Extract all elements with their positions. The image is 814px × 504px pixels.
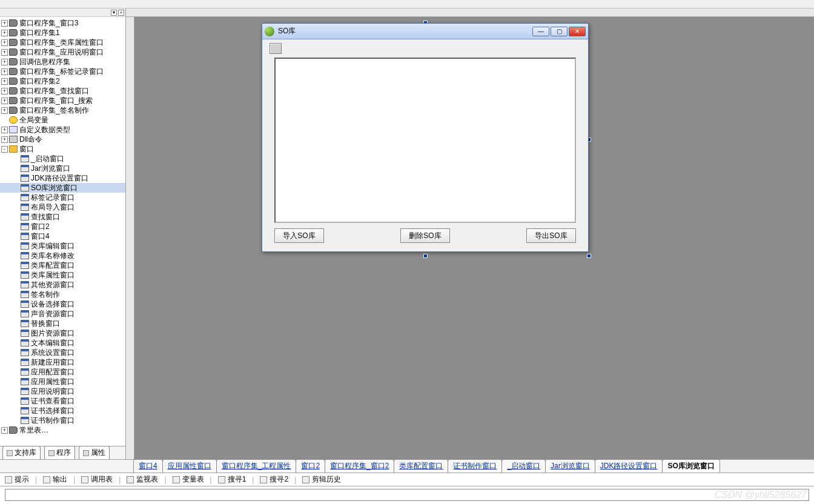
tree-item[interactable]: JDK路径设置窗口 <box>0 173 125 183</box>
tree-item[interactable]: +Dll命令 <box>0 134 125 144</box>
tree-item[interactable]: 图片资源窗口 <box>0 328 125 338</box>
document-tab[interactable]: 证书制作窗口 <box>448 459 502 472</box>
output-tab[interactable]: 调用表 <box>81 474 113 485</box>
tree-item[interactable]: 类库编辑窗口 <box>0 241 125 251</box>
panel-close-icon[interactable]: × <box>118 10 124 16</box>
form-client-area[interactable]: 导入SO库 删除SO库 导出SO库 <box>263 41 587 250</box>
export-so-button[interactable]: 导出SO库 <box>526 228 576 243</box>
form-icon <box>21 339 29 346</box>
document-tab[interactable]: JDK路径设置窗口 <box>595 459 663 472</box>
document-tab[interactable]: 窗口程序集_窗口2 <box>325 459 394 472</box>
minimize-button[interactable]: — <box>532 27 549 36</box>
tree-item[interactable]: +窗口程序集_签名制作 <box>0 105 125 115</box>
tree-item[interactable]: +窗口程序集_应用说明窗口 <box>0 47 125 57</box>
output-tab[interactable]: 搜寻1 <box>218 474 247 485</box>
tree-item[interactable]: 证书查看窗口 <box>0 396 125 406</box>
tree-item[interactable]: +窗口程序集_标签记录窗口 <box>0 67 125 76</box>
form-designer-window[interactable]: SO库 — ▢ ✕ 导入SO库 删除SO库 导出SO库 <box>262 23 589 252</box>
toolbar-control[interactable] <box>270 43 282 54</box>
tree-item[interactable]: +窗口程序集_窗口_搜索 <box>0 96 125 105</box>
document-tab[interactable]: 窗口2 <box>296 459 325 472</box>
expand-icon[interactable]: + <box>1 49 8 56</box>
tree-item[interactable]: 类库属性窗口 <box>0 270 125 280</box>
tree-item[interactable]: +窗口程序集_查找窗口 <box>0 86 125 96</box>
tree-item[interactable]: _启动窗口 <box>0 154 125 164</box>
resize-handle-s[interactable] <box>423 254 428 258</box>
document-tab[interactable]: _启动窗口 <box>501 459 546 472</box>
output-tab[interactable]: 剪辑历史 <box>302 474 341 485</box>
expand-icon[interactable]: + <box>1 127 8 133</box>
selection-frame[interactable]: SO库 — ▢ ✕ 导入SO库 删除SO库 导出SO库 <box>262 23 589 256</box>
output-tab[interactable]: 输出 <box>43 474 67 485</box>
tree-item[interactable]: 证书选择窗口 <box>0 406 125 416</box>
tree-item[interactable]: 设备选择窗口 <box>0 299 125 309</box>
tree-item[interactable]: 应用属性窗口 <box>0 377 125 386</box>
close-button[interactable]: ✕ <box>569 27 586 36</box>
tree-item[interactable]: +窗口程序集_窗口3 <box>0 18 125 28</box>
expand-icon[interactable]: + <box>1 30 8 36</box>
expand-icon[interactable]: + <box>1 88 8 94</box>
listview-control[interactable] <box>274 58 576 223</box>
tree-item[interactable]: 其他资源窗口 <box>0 280 125 290</box>
tree-item[interactable]: 窗口2 <box>0 222 125 231</box>
document-tab[interactable]: 窗口4 <box>133 459 163 472</box>
output-tab[interactable]: 监视表 <box>127 474 158 485</box>
collapse-icon[interactable]: - <box>1 146 8 153</box>
tree-item[interactable]: 布局导入窗口 <box>0 202 125 212</box>
expand-icon[interactable]: + <box>1 427 8 434</box>
left-tab[interactable]: 支持库 <box>2 446 41 459</box>
delete-so-button[interactable]: 删除SO库 <box>400 228 450 243</box>
tree-item[interactable]: 窗口4 <box>0 231 125 241</box>
tree-item[interactable]: 类库配置窗口 <box>0 260 125 270</box>
expand-icon[interactable]: + <box>1 68 8 75</box>
document-tab[interactable]: SO库浏览窗口 <box>662 459 720 472</box>
tree-item[interactable]: 查找窗口 <box>0 212 125 222</box>
tree-item[interactable]: -窗口 <box>0 144 125 154</box>
tree-item[interactable]: 文本编辑窗口 <box>0 338 125 348</box>
tree-item[interactable]: +常里表… <box>0 425 125 435</box>
tree-item[interactable]: +窗口程序集_类库属性窗口 <box>0 38 125 47</box>
expand-icon[interactable]: + <box>1 107 8 114</box>
tree-item[interactable]: 签名制作 <box>0 290 125 299</box>
tree-item[interactable]: +窗口程序集1 <box>0 28 125 38</box>
expand-icon[interactable]: + <box>1 39 8 46</box>
expand-icon[interactable]: + <box>1 136 8 143</box>
expand-icon[interactable]: + <box>1 59 8 65</box>
tree-item[interactable]: +回调信息程序集 <box>0 57 125 67</box>
tree-item[interactable]: 系统设置窗口 <box>0 348 125 357</box>
tree-item[interactable]: 新建应用窗口 <box>0 357 125 367</box>
output-tab[interactable]: 提示 <box>5 474 29 485</box>
design-canvas[interactable]: SO库 — ▢ ✕ 导入SO库 删除SO库 导出SO库 <box>126 8 814 459</box>
tree-item[interactable]: 类库名称修改 <box>0 251 125 260</box>
form-titlebar[interactable]: SO库 — ▢ ✕ <box>262 24 588 39</box>
document-tab[interactable]: 类库配置窗口 <box>394 459 448 472</box>
left-tab[interactable]: 属性 <box>79 446 110 459</box>
output-textarea[interactable] <box>5 489 809 501</box>
maximize-button[interactable]: ▢ <box>551 27 567 36</box>
tree-item-label: 类库属性窗口 <box>31 270 74 280</box>
expand-icon[interactable]: + <box>1 98 8 104</box>
tree-item[interactable]: 证书制作窗口 <box>0 416 125 425</box>
tree-item[interactable]: SO库浏览窗口 <box>0 183 125 193</box>
tree-item[interactable]: 应用配置窗口 <box>0 367 125 377</box>
import-so-button[interactable]: 导入SO库 <box>274 228 324 243</box>
tree-item[interactable]: 全局变量 <box>0 115 125 125</box>
tree-item[interactable]: 标签记录窗口 <box>0 193 125 202</box>
panel-dropdown-icon[interactable]: ▾ <box>111 10 117 16</box>
output-tab[interactable]: 搜寻2 <box>260 474 288 485</box>
expand-icon[interactable]: + <box>1 78 8 85</box>
resize-handle-se[interactable] <box>587 254 591 258</box>
tree-item[interactable]: 声音资源窗口 <box>0 309 125 319</box>
document-tab[interactable]: 窗口程序集_工程属性 <box>216 459 297 472</box>
tree-item[interactable]: 替换窗口 <box>0 319 125 328</box>
document-tab[interactable]: Jar浏览窗口 <box>545 459 595 472</box>
tree-item[interactable]: Jar浏览窗口 <box>0 164 125 173</box>
tree-item[interactable]: +窗口程序集2 <box>0 76 125 86</box>
expand-icon[interactable]: + <box>1 20 8 27</box>
document-tab[interactable]: 应用属性窗口 <box>162 459 217 472</box>
tree-item[interactable]: +自定义数据类型 <box>0 125 125 134</box>
project-tree[interactable]: +窗口程序集_窗口3+窗口程序集1+窗口程序集_类库属性窗口+窗口程序集_应用说… <box>0 17 125 446</box>
tree-item[interactable]: 应用说明窗口 <box>0 386 125 396</box>
left-tab[interactable]: 程序 <box>44 446 75 459</box>
output-tab[interactable]: 变量表 <box>173 474 204 485</box>
